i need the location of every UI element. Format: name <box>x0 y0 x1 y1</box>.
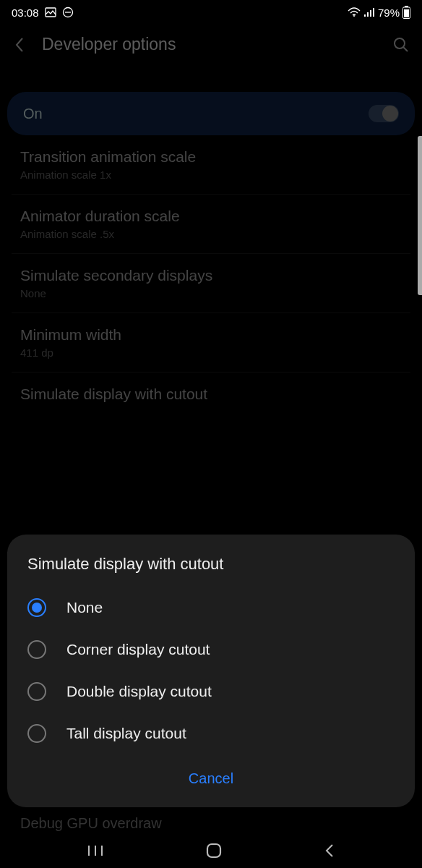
radio-label: Corner display cutout <box>66 641 210 658</box>
svg-point-3 <box>353 15 355 17</box>
setting-title: Simulate display with cutout <box>20 386 402 403</box>
radio-label: Double display cutout <box>66 683 212 700</box>
setting-display-cutout[interactable]: Simulate display with cutout <box>12 373 410 416</box>
radio-icon <box>27 724 46 743</box>
image-icon <box>45 7 56 18</box>
toggle-label: On <box>23 106 43 122</box>
cutout-dialog: Simulate display with cutout None Corner… <box>7 535 415 807</box>
cancel-button[interactable]: Cancel <box>7 754 415 793</box>
back-button[interactable] <box>12 37 27 53</box>
svg-rect-6 <box>370 10 371 17</box>
svg-rect-10 <box>404 9 409 17</box>
svg-rect-7 <box>373 8 374 17</box>
recents-button[interactable] <box>87 844 104 857</box>
setting-transition-animation[interactable]: Transition animation scale Animation sca… <box>12 142 410 195</box>
radio-option-tall[interactable]: Tall display cutout <box>7 712 415 754</box>
status-time: 03:08 <box>12 7 39 19</box>
nav-bar <box>0 833 422 868</box>
settings-list: Transition animation scale Animation sca… <box>0 142 422 416</box>
header: Developer options <box>0 25 422 70</box>
svg-rect-5 <box>367 12 369 17</box>
setting-title: Animator duration scale <box>20 208 402 225</box>
toggle-knob <box>382 106 398 122</box>
setting-subtitle: None <box>20 287 402 299</box>
svg-rect-16 <box>207 844 220 857</box>
battery-percent: 79% <box>378 7 400 19</box>
radio-option-corner[interactable]: Corner display cutout <box>7 629 415 671</box>
radio-icon <box>27 640 46 659</box>
radio-label: Tall display cutout <box>66 725 186 742</box>
setting-debug-gpu[interactable]: Debug GPU overdraw <box>20 815 162 832</box>
dialog-title: Simulate display with cutout <box>7 555 415 587</box>
setting-minimum-width[interactable]: Minimum width 411 dp <box>12 313 410 373</box>
page-title: Developer options <box>42 35 377 54</box>
setting-animator-duration[interactable]: Animator duration scale Animation scale … <box>12 195 410 254</box>
setting-subtitle: Animation scale .5x <box>20 228 402 240</box>
setting-secondary-displays[interactable]: Simulate secondary displays None <box>12 254 410 313</box>
home-button[interactable] <box>205 842 223 859</box>
setting-title: Minimum width <box>20 326 402 344</box>
radio-icon <box>27 598 46 617</box>
svg-rect-4 <box>364 14 366 17</box>
radio-option-double[interactable]: Double display cutout <box>7 671 415 712</box>
svg-line-12 <box>403 47 408 51</box>
setting-subtitle: 411 dp <box>20 346 402 359</box>
toggle-switch[interactable] <box>369 105 399 122</box>
radio-label: None <box>66 599 103 616</box>
wifi-icon <box>348 7 361 17</box>
setting-subtitle: Animation scale 1x <box>20 169 402 181</box>
search-button[interactable] <box>392 35 410 54</box>
status-bar: 03:08 79% <box>0 0 422 25</box>
dnd-icon <box>62 7 74 18</box>
scroll-indicator[interactable] <box>418 136 422 295</box>
setting-title: Simulate secondary displays <box>20 267 402 284</box>
svg-point-11 <box>395 38 405 48</box>
signal-icon <box>363 7 375 17</box>
battery-icon <box>402 6 410 19</box>
radio-icon <box>27 682 46 701</box>
back-nav-button[interactable] <box>324 843 335 859</box>
master-toggle-row[interactable]: On <box>7 92 415 135</box>
setting-title: Transition animation scale <box>20 148 402 166</box>
radio-option-none[interactable]: None <box>7 587 415 629</box>
